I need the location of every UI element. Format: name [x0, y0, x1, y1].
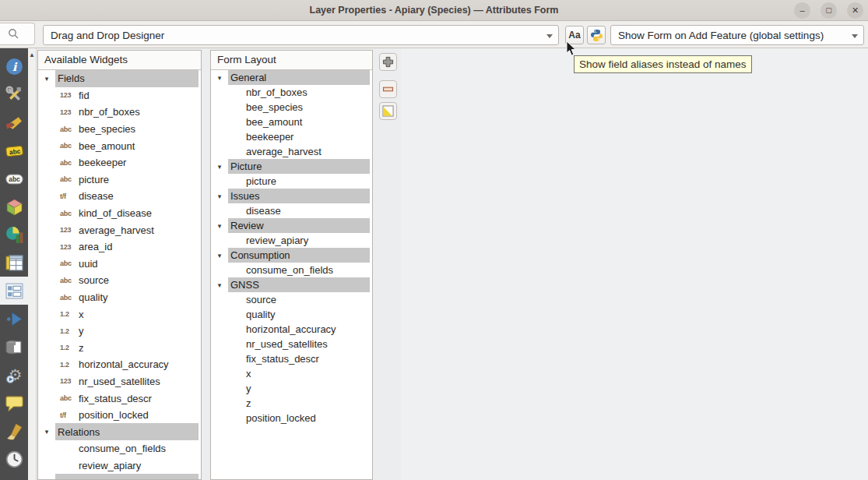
show-form-on-add-feature-select[interactable]: Show Form on Add Feature (global setting… — [610, 25, 864, 45]
tree-item-row[interactable]: abcbee_amount — [38, 137, 201, 154]
expander-icon[interactable]: ▾ — [211, 192, 228, 200]
close-button[interactable]: ✕ — [847, 2, 863, 19]
editor-designer-select[interactable]: Drag and Drop Designer — [43, 25, 559, 45]
field-type-icon: 123 — [60, 108, 79, 116]
tree-item-row[interactable]: 1.2z — [38, 340, 201, 357]
sidebar-item-display[interactable] — [0, 389, 28, 417]
tree-item-row[interactable]: 123area_id — [38, 238, 201, 256]
item-label: bee_species — [79, 123, 135, 135]
group-label[interactable]: Fields — [55, 70, 199, 87]
expander-icon[interactable]: ▾ — [38, 428, 55, 436]
group-label[interactable]: General — [228, 70, 370, 85]
scroll-up-icon[interactable]: ▲ — [29, 51, 35, 58]
tree-item-row[interactable]: abcbeekeeper — [38, 154, 201, 171]
tree-item-row[interactable]: z — [211, 396, 372, 411]
plus-icon — [382, 56, 394, 68]
tree-item-row[interactable]: average_harvest — [211, 144, 372, 159]
tree-item-row[interactable]: t/fposition_locked — [38, 407, 201, 424]
expander-icon[interactable]: ▾ — [211, 281, 228, 289]
sidebar-item-auxiliary-storage[interactable] — [0, 333, 28, 361]
tree-item-row[interactable]: abcbee_species — [38, 121, 201, 138]
tree-item-row[interactable]: picture — [211, 174, 372, 189]
remove-item-button[interactable] — [379, 80, 397, 98]
group-label[interactable]: Issues — [228, 189, 370, 203]
tree-item-row[interactable]: y — [211, 381, 372, 396]
tree-item-row[interactable]: consume_on_fields — [38, 440, 201, 457]
sidebar-item-joins[interactable] — [0, 305, 28, 333]
tree-group-row[interactable]: ▾GNSS — [211, 277, 372, 292]
tree-item-row[interactable]: source — [211, 292, 372, 307]
sidebar-item-masks[interactable]: abc — [0, 164, 28, 192]
tree-group-row[interactable]: ▾Review — [211, 218, 372, 233]
tree-item-row[interactable]: 123nbr_of_boxes — [38, 104, 201, 121]
sidebar-item-information[interactable]: i — [0, 52, 28, 80]
field-type-icon: 123 — [60, 91, 79, 99]
tree-item-row[interactable]: t/fdisease — [38, 188, 201, 205]
tree-group-row[interactable]: ▾Issues — [211, 189, 372, 203]
group-label[interactable]: Relations — [55, 423, 199, 440]
tree-item-row[interactable]: review_apiary — [211, 233, 372, 248]
tree-item-row[interactable]: 123fid — [38, 87, 201, 104]
tree-item-row[interactable]: abcpicture — [38, 171, 201, 189]
tree-item-row[interactable]: fix_status_descr — [211, 351, 372, 366]
tree-item-row[interactable]: nbr_of_boxes — [211, 85, 372, 100]
expander-icon[interactable]: ▾ — [211, 252, 228, 259]
sidebar-item-labels[interactable]: abc — [0, 136, 28, 164]
expander-icon[interactable]: ▾ — [38, 478, 55, 479]
sidebar-item-variables[interactable] — [0, 473, 28, 480]
sidebar-item-attributes-form[interactable] — [0, 277, 28, 305]
tree-group-row[interactable]: ▾Fields — [38, 70, 201, 87]
group-label[interactable]: Consumption — [228, 248, 370, 263]
tree-item-row[interactable]: abcsource — [38, 272, 201, 289]
tree-group-row[interactable]: ▾Consumption — [211, 248, 372, 263]
expander-icon[interactable]: ▾ — [211, 74, 228, 82]
minimize-button[interactable]: – — [794, 2, 810, 19]
tree-item-row[interactable]: abcfix_status_descr — [38, 390, 201, 407]
tree-item-row[interactable]: disease — [211, 203, 372, 218]
properties-search-box[interactable] — [0, 23, 35, 45]
tree-group-row[interactable]: ▾General — [211, 70, 372, 85]
tree-group-row[interactable]: ▾Actions — [38, 474, 201, 479]
sidebar-item-3d-view[interactable] — [0, 192, 28, 221]
tree-item-row[interactable]: abcuuid — [38, 256, 201, 273]
tree-item-row[interactable]: abcquality — [38, 289, 201, 306]
tree-item-row[interactable]: beekeeper — [211, 129, 372, 144]
tree-item-row[interactable]: horizontal_accuracy — [211, 322, 372, 337]
tree-item-row[interactable]: review_apiary — [38, 457, 201, 475]
group-label[interactable]: Actions — [55, 474, 199, 479]
tree-item-row[interactable]: 1.2y — [38, 323, 201, 340]
tree-item-row[interactable]: abckind_of_disease — [38, 205, 201, 222]
tree-item-row[interactable]: 123average_harvest — [38, 221, 201, 238]
tree-item-row[interactable]: consume_on_fields — [211, 263, 372, 277]
invert-selection-button[interactable] — [379, 102, 397, 120]
sidebar-item-diagrams[interactable] — [0, 221, 28, 249]
tree-item-row[interactable]: bee_species — [211, 100, 372, 115]
tree-group-row[interactable]: ▾Picture — [211, 159, 372, 174]
tree-item-row[interactable]: 1.2horizontal_accuracy — [38, 356, 201, 373]
group-label[interactable]: Picture — [228, 159, 370, 174]
sidebar-item-rendering[interactable] — [0, 417, 28, 445]
tree-item-row[interactable]: nr_used_satellites — [211, 337, 372, 351]
expander-icon[interactable]: ▾ — [211, 222, 228, 230]
tree-item-row[interactable]: bee_amount — [211, 115, 372, 129]
expander-icon[interactable]: ▾ — [38, 75, 55, 83]
tree-item-row[interactable]: quality — [211, 307, 372, 322]
sidebar-item-source[interactable] — [0, 80, 28, 108]
tree-item-row[interactable]: 123nr_used_satellites — [38, 373, 201, 390]
tree-group-row[interactable]: ▾Relations — [38, 423, 201, 440]
sidebar-scrollbar[interactable]: ▲ — [28, 48, 37, 480]
maximize-button[interactable]: ▢ — [821, 2, 837, 19]
python-init-code-button[interactable] — [587, 26, 606, 44]
sidebar-item-fields[interactable] — [0, 249, 28, 277]
sidebar-item-symbology[interactable] — [0, 108, 28, 136]
sidebar-item-temporal[interactable] — [0, 445, 28, 473]
tree-item-row[interactable]: x — [211, 366, 372, 381]
group-label[interactable]: GNSS — [228, 277, 370, 292]
add-tab-or-group-button[interactable] — [379, 53, 397, 71]
tree-item-row[interactable]: position_locked — [211, 411, 372, 425]
sidebar-item-actions[interactable]: ⚙ — [0, 361, 28, 389]
tree-item-row[interactable]: 1.2x — [38, 305, 201, 323]
expander-icon[interactable]: ▾ — [211, 163, 228, 171]
group-label[interactable]: Review — [228, 218, 370, 233]
invert-selection-icon — [382, 105, 394, 117]
